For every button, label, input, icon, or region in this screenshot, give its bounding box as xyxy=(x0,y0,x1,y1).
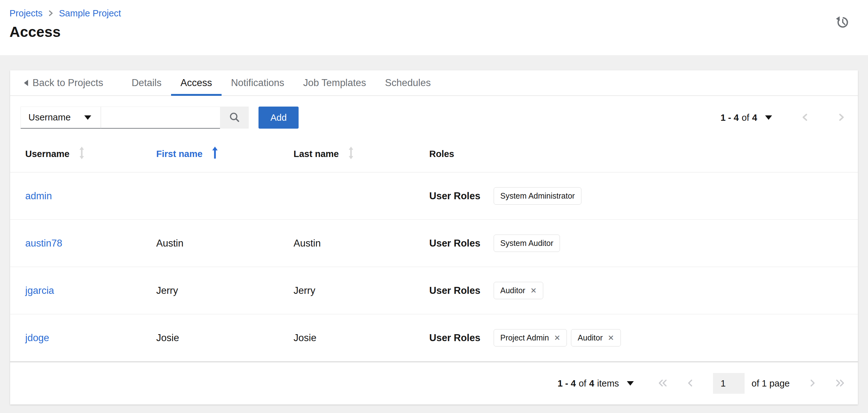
cell-last-name: Josie xyxy=(278,332,414,344)
tab-schedules[interactable]: Schedules xyxy=(376,70,440,96)
chevron-left-icon xyxy=(801,112,809,123)
pagination-prev-button[interactable] xyxy=(801,112,809,123)
pagination-prev-page-button[interactable] xyxy=(686,378,693,389)
role-chip: Auditor ✕ xyxy=(571,329,621,346)
tab-back-to-projects[interactable]: Back to Projects xyxy=(23,70,113,96)
pagination-bottom-menu[interactable]: 1 - 4 of 4 items xyxy=(557,378,634,389)
pagination-total: 4 xyxy=(752,112,757,123)
page-count-label: of 1 page xyxy=(751,378,790,389)
page-title: Access xyxy=(9,23,851,40)
pagination-first-page-button[interactable] xyxy=(657,378,668,389)
pagination-next-button[interactable] xyxy=(838,112,845,123)
column-header-username[interactable]: Username xyxy=(10,146,141,162)
pagination-range: 1 - 4 xyxy=(557,378,576,389)
tab-bar: Back to Projects Details Access Notifica… xyxy=(10,70,858,96)
toolbar: Username Add 1 - 4 of 4 xyxy=(10,96,858,136)
tab-label: Schedules xyxy=(385,77,431,89)
column-header-first-name[interactable]: First name xyxy=(141,146,278,162)
double-chevron-right-icon xyxy=(835,378,845,389)
pagination-items-word: items xyxy=(597,378,619,389)
table-header-row: Username First name Last name xyxy=(10,136,858,172)
user-roles-label: User Roles xyxy=(429,238,480,249)
role-chip-label: Auditor xyxy=(500,286,525,295)
chevron-right-icon xyxy=(48,9,54,17)
pagination-of: of xyxy=(579,378,586,389)
user-link[interactable]: austin78 xyxy=(25,238,62,249)
role-chip-label: Auditor xyxy=(578,333,602,342)
search-key-select-value: Username xyxy=(28,112,71,123)
role-chips: Project Admin ✕ Auditor ✕ xyxy=(494,329,621,346)
cell-first-name: Josie xyxy=(141,332,278,344)
tab-notifications[interactable]: Notifications xyxy=(222,70,294,96)
current-page-input[interactable] xyxy=(713,373,745,394)
cell-first-name: Jerry xyxy=(141,285,278,296)
pagination-bottom: 1 - 4 of 4 items of 1 page xyxy=(10,362,858,405)
breadcrumb: Projects Sample Project xyxy=(9,8,851,18)
role-chip-label: System Administrator xyxy=(500,192,575,201)
chevron-right-icon xyxy=(809,378,816,389)
user-link[interactable]: admin xyxy=(25,191,52,202)
column-label: First name xyxy=(156,149,203,159)
add-button[interactable]: Add xyxy=(258,107,299,129)
caret-down-icon xyxy=(627,381,634,386)
cell-username: austin78 xyxy=(10,238,141,249)
role-chip-label: System Auditor xyxy=(500,239,553,248)
caret-left-icon xyxy=(24,80,28,86)
caret-down-icon xyxy=(765,115,772,120)
table-row: admin User Roles System Administrator xyxy=(10,172,858,220)
column-header-last-name[interactable]: Last name xyxy=(278,146,414,162)
remove-role-icon[interactable]: ✕ xyxy=(608,334,614,342)
user-link[interactable]: jgarcia xyxy=(25,285,54,296)
search-submit-button[interactable] xyxy=(220,107,249,129)
sort-ascending-icon xyxy=(212,146,218,162)
tab-label: Access xyxy=(181,77,212,89)
caret-down-icon xyxy=(84,115,91,120)
user-roles-label: User Roles xyxy=(429,285,480,296)
user-roles-label: User Roles xyxy=(429,191,480,202)
role-chip: Project Admin ✕ xyxy=(494,329,567,346)
activity-history-button[interactable] xyxy=(835,14,851,31)
role-chip: Auditor ✕ xyxy=(494,282,543,299)
search-input[interactable] xyxy=(101,107,220,129)
user-link[interactable]: jdoge xyxy=(25,332,49,343)
role-chips: System Auditor xyxy=(494,235,560,252)
column-label: Last name xyxy=(293,149,339,159)
pagination-total: 4 xyxy=(589,378,594,389)
cell-username: jgarcia xyxy=(10,285,141,296)
pagination-of: of xyxy=(742,112,749,123)
chevron-left-icon xyxy=(686,378,693,389)
page-header: Projects Sample Project Access xyxy=(0,0,868,55)
breadcrumb-link-projects[interactable]: Projects xyxy=(9,8,42,18)
breadcrumb-link-sample-project[interactable]: Sample Project xyxy=(59,8,121,18)
tab-label: Notifications xyxy=(231,77,284,89)
remove-role-icon[interactable]: ✕ xyxy=(554,334,560,342)
pagination-last-page-button[interactable] xyxy=(835,378,845,389)
history-icon xyxy=(835,26,850,31)
role-chip-label: Project Admin xyxy=(500,333,549,342)
column-label: Username xyxy=(25,149,69,159)
sort-both-icon xyxy=(347,146,354,162)
pagination-next-page-button[interactable] xyxy=(809,378,816,389)
column-header-roles: Roles xyxy=(414,149,858,159)
column-label: Roles xyxy=(429,149,454,159)
cell-last-name: Jerry xyxy=(278,285,414,296)
access-card: Back to Projects Details Access Notifica… xyxy=(10,70,858,405)
pagination-top-menu[interactable]: 1 - 4 of 4 xyxy=(721,112,772,123)
user-roles-label: User Roles xyxy=(429,332,480,344)
cell-username: admin xyxy=(10,191,141,202)
sort-both-icon xyxy=(78,146,85,162)
role-chips: System Administrator xyxy=(494,187,581,205)
table-row: austin78 Austin Austin User Roles System… xyxy=(10,220,858,267)
role-chip: System Auditor xyxy=(494,235,560,252)
cell-username: jdoge xyxy=(10,332,141,344)
chevron-right-icon xyxy=(838,112,845,123)
remove-role-icon[interactable]: ✕ xyxy=(530,287,536,295)
role-chip: System Administrator xyxy=(494,187,581,205)
table-row: jdoge Josie Josie User Roles Project Adm… xyxy=(10,314,858,362)
role-chips: Auditor ✕ xyxy=(494,282,543,299)
tab-job-templates[interactable]: Job Templates xyxy=(294,70,376,96)
cell-last-name: Austin xyxy=(278,238,414,249)
tab-details[interactable]: Details xyxy=(122,70,171,96)
tab-access[interactable]: Access xyxy=(171,70,222,96)
search-key-select[interactable]: Username xyxy=(21,107,101,129)
